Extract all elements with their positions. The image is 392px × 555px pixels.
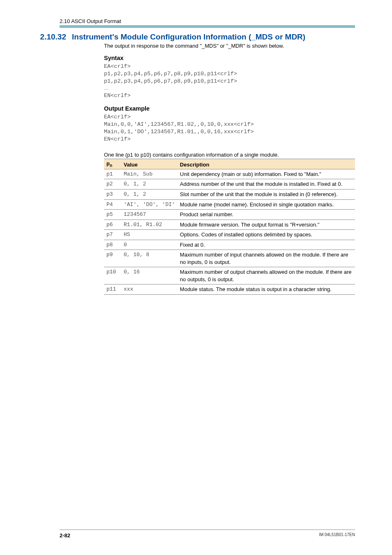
cell-value: 0, 1, 2 — [121, 190, 178, 200]
table-row: p11xxxModule status. The module status i… — [104, 284, 355, 295]
cell-desc: Module firmware version. The output form… — [178, 220, 355, 230]
code-ellipsis: … — [104, 87, 108, 90]
code-line: Main,0,0,'AI',1234567,R1.02,,0,10,0,xxx<… — [104, 121, 254, 127]
col-header-desc: Description — [178, 159, 355, 169]
cell-value: HS — [121, 230, 178, 240]
doc-id: IM 04L51B01-17EN — [319, 532, 355, 539]
cell-desc: Product serial number. — [178, 210, 355, 220]
cell-pn: P4 — [104, 199, 121, 210]
table-row: p51234567Product serial number. — [104, 210, 355, 220]
table-row: p80Fixed at 0. — [104, 240, 355, 250]
cell-value: xxx — [121, 284, 178, 295]
cell-desc: Fixed at 0. — [178, 240, 355, 250]
table-row: P4'AI', 'DO', 'DI'Module name (model nam… — [104, 199, 355, 210]
table-row: p1Main, SubUnit dependency (main or sub)… — [104, 169, 355, 179]
section-number: 2.10.32 — [39, 32, 66, 42]
cell-desc: Address number of the unit that the modu… — [178, 179, 355, 190]
table-row: p20, 1, 2Address number of the unit that… — [104, 179, 355, 190]
cell-pn: p10 — [104, 267, 121, 284]
header-rule — [60, 27, 355, 28]
cell-pn: p11 — [104, 284, 121, 295]
table-row: p7HSOptions. Codes of installed options … — [104, 230, 355, 240]
cell-desc: Options. Codes of installed options deli… — [178, 230, 355, 240]
cell-desc: Module status. The module status is outp… — [178, 284, 355, 295]
example-heading: Output Example — [104, 105, 355, 112]
syntax-heading: Syntax — [104, 55, 355, 61]
cell-value: 0, 10, 8 — [121, 250, 178, 267]
cell-desc: Maximum number of output channels allowe… — [178, 267, 355, 284]
col-header-value: Value — [121, 159, 178, 169]
cell-pn: p5 — [104, 210, 121, 220]
cell-pn: p6 — [104, 220, 121, 230]
cell-value: 0, 1, 2 — [121, 179, 178, 190]
page-number: 2-82 — [60, 532, 70, 539]
cell-value: 0, 16 — [121, 267, 178, 284]
col-header-pn: pn — [104, 159, 121, 169]
table-row: p6R1.01, R1.02Module firmware version. T… — [104, 220, 355, 230]
cell-value: 0 — [121, 240, 178, 250]
footer-rule — [60, 530, 355, 530]
code-line: EN<crlf> — [104, 92, 131, 99]
page-footer: 2-82 IM 04L51B01-17EN — [0, 530, 392, 539]
cell-pn: p1 — [104, 169, 121, 179]
syntax-block: EA<crlf> p1,p2,p3,p4,p5,p6,p7,p8,p9,p10,… — [104, 63, 355, 99]
parameter-table: pn Value Description p1Main, SubUnit dep… — [104, 159, 355, 295]
cell-desc: Maximum number of input channels allowed… — [178, 250, 355, 267]
code-line: p1,p2,p3,p4,p5,p6,p7,p8,p9,p10,p11<crlf> — [104, 78, 237, 84]
cell-pn: p7 — [104, 230, 121, 240]
running-header: 2.10 ASCII Output Format — [60, 18, 355, 26]
code-line: EA<crlf> — [104, 114, 131, 120]
table-caption: One line (p1 to p10) contains configurat… — [104, 152, 355, 158]
code-line: EA<crlf> — [104, 63, 131, 69]
code-line: p1,p2,p3,p4,p5,p6,p7,p8,p9,p10,p11<crlf> — [104, 71, 237, 77]
cell-desc: Module name (model name). Enclosed in si… — [178, 199, 355, 210]
example-block: EA<crlf> Main,0,0,'AI',1234567,R1.02,,0,… — [104, 113, 355, 143]
section-title: Instrument's Module Configuration Inform… — [72, 32, 305, 42]
cell-value: 'AI', 'DO', 'DI' — [121, 199, 178, 210]
cell-value: Main, Sub — [121, 169, 178, 179]
intro-text: The output in response to the command "_… — [104, 43, 355, 49]
cell-pn: p2 — [104, 179, 121, 190]
table-row: p100, 16Maximum number of output channel… — [104, 267, 355, 284]
table-row: p90, 10, 8Maximum number of input channe… — [104, 250, 355, 267]
cell-value: R1.01, R1.02 — [121, 220, 178, 230]
cell-value: 1234567 — [121, 210, 178, 220]
cell-desc: Unit dependency (main or sub) informatio… — [178, 169, 355, 179]
cell-pn: p9 — [104, 250, 121, 267]
cell-pn: p8 — [104, 240, 121, 250]
table-row: p30, 1, 2Slot number of the unit that th… — [104, 190, 355, 200]
code-line: EN<crlf> — [104, 136, 131, 142]
cell-desc: Slot number of the unit that the module … — [178, 190, 355, 200]
cell-pn: p3 — [104, 190, 121, 200]
code-line: Main,0,1,'DO',1234567,R1.01,,0,0,16,xxx<… — [104, 129, 254, 135]
